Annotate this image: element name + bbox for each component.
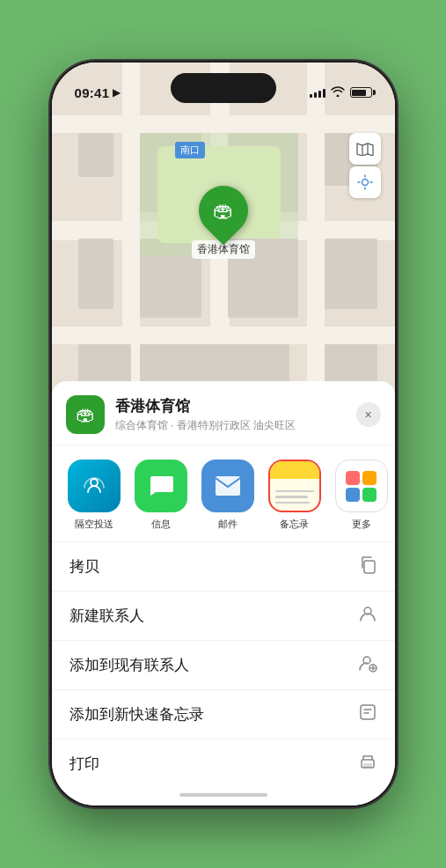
svg-rect-24 [364,561,375,573]
share-airdrop[interactable]: 隔空投送 [66,460,122,531]
airdrop-icon [68,460,121,512]
message-icon [135,460,187,512]
more-icon [335,460,388,512]
svg-rect-13 [78,133,113,177]
more-label: 更多 [352,518,371,531]
location-venue-icon: 🏟 [66,395,105,434]
battery-icon [350,87,372,98]
signal-bar-3 [318,91,321,98]
svg-rect-14 [78,239,113,309]
location-info: 香港体育馆 综合体育馆 · 香港特别行政区 油尖旺区 [115,396,346,433]
stadium-icon: 🏟 [213,198,234,223]
copy-label: 拷贝 [69,556,99,577]
location-button[interactable] [349,166,381,198]
pin-bubble: 🏟 [188,175,258,245]
status-time: 09:41 [75,85,110,100]
add-notes-icon [358,702,377,726]
print-icon [358,752,377,776]
battery-fill [352,90,366,96]
add-existing-label: 添加到现有联系人 [69,655,189,675]
action-add-notes[interactable]: 添加到新快速备忘录 [52,690,395,739]
print-label: 打印 [69,754,99,774]
map-exit-label: 南口 [175,142,205,158]
map-type-button[interactable] [349,133,381,165]
notes-icon [268,460,321,512]
signal-bar-1 [310,94,312,98]
phone-frame: 09:41 ▶ [52,63,395,805]
map-controls [349,133,381,198]
mail-icon [201,460,254,512]
action-add-existing[interactable]: 添加到现有联系人 [52,641,395,690]
svg-point-22 [91,479,98,486]
location-name: 香港体育馆 [115,396,346,416]
share-more[interactable]: 更多 [333,460,390,531]
status-icons [310,86,372,99]
close-button[interactable]: × [356,402,381,427]
action-new-contact[interactable]: 新建联系人 [52,592,395,641]
signal-bars [310,87,325,98]
signal-bar-4 [323,89,325,98]
home-indicator [52,788,395,797]
location-subtitle: 综合体育馆 · 香港特别行政区 油尖旺区 [115,418,346,433]
svg-rect-16 [325,239,377,309]
share-message[interactable]: 信息 [133,460,189,531]
share-mail[interactable]: 邮件 [200,460,256,531]
add-notes-label: 添加到新快速备忘录 [69,704,204,725]
map-pin: 🏟 香港体育馆 [192,186,255,259]
new-contact-label: 新建联系人 [69,606,144,626]
share-row: 隔空投送 信息 邮件 [52,445,395,542]
signal-bar-2 [314,92,317,98]
location-icon: ▶ [113,86,121,99]
wifi-icon [331,86,345,99]
dynamic-island [171,73,276,103]
add-existing-icon [358,653,377,677]
bottom-sheet: 🏟 香港体育馆 综合体育馆 · 香港特别行政区 油尖旺区 × 隔空投送 [52,381,395,805]
svg-point-21 [362,180,368,186]
share-notes[interactable]: 备忘录 [267,460,323,531]
copy-icon [358,555,377,578]
location-card: 🏟 香港体育馆 综合体育馆 · 香港特别行政区 油尖旺区 × [52,381,395,445]
notes-label: 备忘录 [280,518,309,531]
action-print[interactable]: 打印 [52,739,395,788]
airdrop-label: 隔空投送 [75,518,113,531]
svg-rect-30 [363,763,372,768]
mail-label: 邮件 [218,518,238,531]
action-copy[interactable]: 拷贝 [52,542,395,592]
svg-rect-28 [361,705,375,719]
message-label: 信息 [151,518,171,531]
new-contact-icon [358,604,377,628]
